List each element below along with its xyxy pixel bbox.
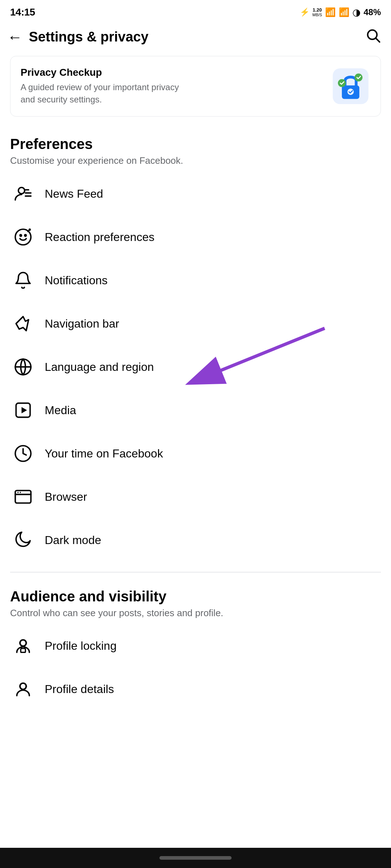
your-time-label: Your time on Facebook [45, 447, 163, 460]
menu-item-your-time[interactable]: Your time on Facebook [0, 432, 391, 475]
language-region-icon [12, 355, 35, 378]
audience-title: Audience and visibility [10, 588, 381, 605]
preferences-description: Customise your experience on Facebook. [10, 155, 381, 166]
menu-item-media[interactable]: Media [0, 389, 391, 432]
reaction-preferences-icon [12, 225, 35, 249]
audience-menu: Profile locking Profile details [0, 622, 391, 714]
dark-mode-label: Dark mode [45, 534, 101, 547]
media-label: Media [45, 404, 76, 417]
battery-level: 48% [364, 7, 381, 17]
preferences-title: Preferences [10, 136, 381, 152]
status-bar: 14:15 ⚡ 1.20 MB/S 📶 📶 ◑ 48% [0, 0, 391, 22]
battery-icon: ◑ [352, 7, 361, 18]
menu-item-notifications[interactable]: Notifications [0, 259, 391, 302]
svg-point-7 [18, 188, 25, 194]
section-divider [10, 572, 381, 573]
svg-point-23 [20, 492, 21, 493]
wifi-icon: 📶 [325, 7, 336, 17]
navigation-bar-label: Navigation bar [45, 317, 119, 330]
home-indicator [159, 856, 232, 860]
notifications-label: Notifications [45, 274, 107, 287]
menu-item-reaction-preferences[interactable]: Reaction preferences [0, 215, 391, 259]
svg-point-4 [347, 89, 354, 95]
svg-line-1 [376, 38, 379, 42]
svg-point-22 [17, 492, 18, 493]
menu-item-news-feed[interactable]: News Feed [0, 172, 391, 215]
news-feed-label: News Feed [45, 187, 103, 201]
news-feed-icon [12, 182, 35, 205]
privacy-card-title: Privacy Checkup [21, 67, 194, 78]
menu-item-language-region[interactable]: Language and region [0, 345, 391, 389]
menu-item-dark-mode[interactable]: Dark mode [0, 518, 391, 562]
language-region-label: Language and region [45, 360, 154, 374]
profile-locking-label: Profile locking [45, 639, 117, 653]
menu-item-profile-details[interactable]: Profile details [0, 668, 391, 711]
profile-details-label: Profile details [45, 683, 114, 696]
media-icon [12, 399, 35, 422]
browser-label: Browser [45, 490, 87, 504]
privacy-card-description: A guided review of your important privac… [21, 81, 194, 105]
bluetooth-icon: ⚡ [300, 8, 309, 17]
search-button[interactable] [365, 27, 381, 47]
svg-marker-18 [22, 407, 27, 413]
status-time: 14:15 [10, 6, 35, 18]
speed-indicator: 1.20 MB/S [312, 8, 322, 17]
signal-icon: 📶 [339, 7, 350, 17]
status-icons: ⚡ 1.20 MB/S 📶 📶 ◑ 48% [300, 7, 381, 18]
menu-item-navigation-bar[interactable]: Navigation bar [0, 302, 391, 345]
svg-point-28 [20, 683, 26, 689]
audience-section-header: Audience and visibility Control who can … [0, 580, 391, 622]
svg-point-13 [25, 235, 26, 236]
your-time-icon [12, 442, 35, 465]
privacy-checkup-card[interactable]: Privacy Checkup A guided review of your … [10, 56, 381, 117]
svg-point-14 [28, 228, 31, 231]
svg-point-25 [20, 640, 26, 646]
dark-mode-icon [12, 529, 35, 552]
preferences-menu: News Feed Reaction preferences Notificat… [0, 169, 391, 565]
profile-locking-icon [12, 635, 35, 658]
menu-item-browser[interactable]: Browser [0, 475, 391, 518]
svg-point-12 [20, 235, 21, 236]
navigation-bar-icon [12, 312, 35, 335]
svg-point-6 [355, 74, 363, 82]
audience-description: Control who can see your posts, stories … [10, 608, 381, 619]
reaction-preferences-label: Reaction preferences [45, 231, 154, 244]
bottom-nav-bar [0, 848, 391, 868]
preferences-section-header: Preferences Customise your experience on… [0, 127, 391, 169]
notifications-icon [12, 269, 35, 292]
browser-icon [12, 485, 35, 508]
page-title: Settings & privacy [29, 29, 365, 45]
svg-point-5 [338, 79, 346, 87]
menu-item-profile-locking[interactable]: Profile locking [0, 624, 391, 668]
back-button[interactable]: ← [7, 30, 22, 45]
profile-details-icon [12, 678, 35, 701]
privacy-checkup-icon [331, 66, 370, 106]
top-nav: ← Settings & privacy [0, 22, 391, 52]
